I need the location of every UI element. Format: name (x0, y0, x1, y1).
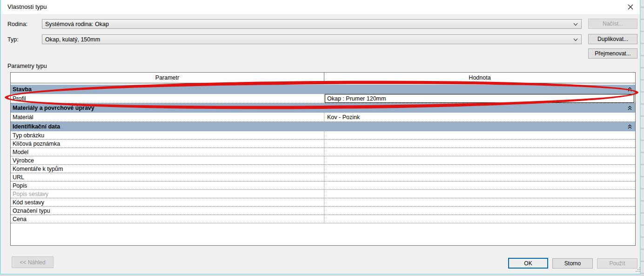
value-edit-box[interactable]: Okap : Prumer 120mm (325, 94, 634, 103)
parameter-value-cell[interactable]: Okap : Prumer 120mm (324, 94, 635, 103)
table-row: URL (11, 173, 635, 182)
table-row: Cena (11, 215, 635, 223)
type-parameters-table: Parametr Hodnota StavbaProfilOkap : Prum… (10, 72, 636, 246)
close-button[interactable] (621, 0, 640, 13)
parameter-value-cell[interactable] (324, 190, 635, 198)
parameter-name-cell: Klíčová poznámka (11, 140, 324, 148)
group-label: Identifikační data (13, 123, 60, 130)
table-row: Model (11, 148, 635, 156)
table-row: Klíčová poznámka (11, 140, 635, 148)
table-row: Popis (11, 182, 635, 190)
group-header-row[interactable]: Stavba (11, 85, 635, 94)
type-parameters-label: Parametry typu (7, 63, 47, 69)
chevron-down-icon (573, 38, 578, 41)
double-chevron-up-icon[interactable] (628, 124, 632, 129)
type-value: Okap, kulatý, 150mm (45, 36, 100, 43)
parameter-value-cell[interactable] (324, 215, 635, 223)
cancel-button[interactable]: Storno (552, 258, 593, 269)
chevron-down-icon (573, 23, 578, 26)
duplicate-button[interactable]: Duplikovat... (588, 34, 637, 44)
close-icon (628, 4, 633, 10)
dialog-title: Vlastnosti typu (7, 3, 47, 10)
parameter-name-cell: Komentáře k typům (11, 165, 324, 173)
table-row: Výrobce (11, 156, 635, 165)
parameter-name-cell: Kód sestavy (11, 198, 324, 206)
background-window-strip (641, 0, 644, 276)
table-row: Typ obrázku (11, 131, 635, 140)
parameter-value-cell[interactable] (324, 182, 635, 189)
rename-button[interactable]: Přejmenovat... (588, 48, 637, 59)
group-label: Stavba (13, 86, 32, 93)
group-label: Materiály a povrchové úpravy (13, 105, 94, 111)
column-header-value[interactable]: Hodnota (324, 73, 635, 83)
parameter-name-cell: Materiál (11, 113, 324, 121)
parameter-value-cell[interactable] (324, 173, 635, 181)
parameter-value-cell[interactable] (324, 198, 635, 206)
table-row: Kód sestavy (11, 198, 635, 207)
family-label: Rodina: (7, 21, 27, 27)
parameter-name-cell: Popis sestavy (11, 190, 324, 198)
table-row: Komentáře k typům (11, 165, 635, 173)
parameter-value-cell[interactable] (324, 131, 635, 139)
resize-grip-icon[interactable] (635, 266, 641, 272)
parameter-value-cell[interactable] (324, 165, 635, 173)
double-chevron-up-icon[interactable] (628, 106, 632, 110)
type-properties-dialog: Vlastnosti typu Rodina: Systémová rodina… (0, 0, 641, 275)
titlebar: Vlastnosti typu (1, 0, 640, 14)
parameter-value-cell[interactable] (324, 156, 635, 164)
parameter-name-cell: Model (11, 148, 324, 156)
parameter-name-cell: Profil (11, 94, 324, 103)
type-label: Typ: (7, 36, 19, 43)
parameter-name-cell: Popis (11, 182, 324, 189)
table-body: StavbaProfilOkap : Prumer 120mmMateriály… (11, 85, 635, 223)
parameter-value-cell[interactable]: Kov - Pozink (324, 113, 635, 121)
parameter-name-cell: Cena (11, 215, 324, 223)
double-chevron-up-icon[interactable] (628, 87, 632, 92)
table-row: Popis sestavy (11, 190, 635, 198)
parameter-name-cell: Typ obrázku (11, 131, 324, 139)
table-row: ProfilOkap : Prumer 120mm (11, 94, 635, 103)
family-value: Systémová rodina: Okap (45, 21, 109, 27)
parameter-value-cell[interactable] (324, 207, 635, 215)
table-header-row: Parametr Hodnota (11, 73, 635, 83)
load-button: Načíst... (588, 19, 637, 29)
parameter-name-cell: Označení typu (11, 207, 324, 215)
group-header-row[interactable]: Identifikační data (11, 122, 635, 131)
type-select[interactable]: Okap, kulatý, 150mm (42, 34, 582, 44)
table-row: MateriálKov - Pozink (11, 113, 635, 122)
family-select[interactable]: Systémová rodina: Okap (42, 19, 582, 29)
parameter-value-cell[interactable] (324, 140, 635, 148)
apply-button: Použít (597, 258, 637, 269)
ok-button[interactable]: OK (508, 258, 548, 269)
table-row: Označení typu (11, 207, 635, 215)
parameter-value-cell[interactable] (324, 148, 635, 156)
group-header-row[interactable]: Materiály a povrchové úpravy (11, 103, 635, 113)
parameter-name-cell: URL (11, 173, 324, 181)
preview-button: << Náhled (12, 256, 54, 268)
column-header-parameter[interactable]: Parametr (11, 73, 324, 83)
parameter-name-cell: Výrobce (11, 156, 324, 164)
